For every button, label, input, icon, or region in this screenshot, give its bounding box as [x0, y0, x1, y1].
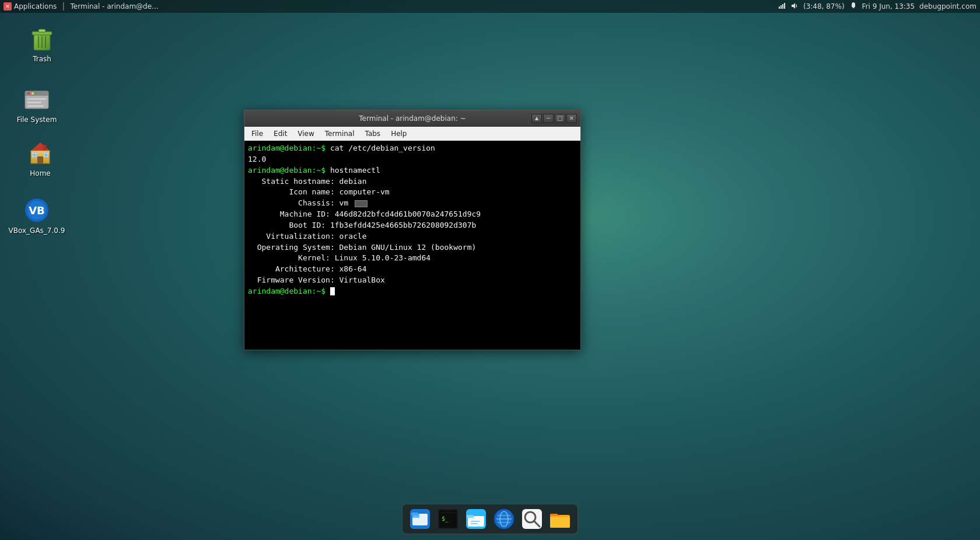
svg-rect-45 — [471, 521, 480, 522]
titlebar-buttons: ▲ ─ □ ✕ — [531, 114, 577, 123]
svg-rect-1 — [780, 5, 782, 9]
network-icon — [778, 2, 786, 12]
dock-icon-filemanager2[interactable] — [463, 506, 489, 532]
terminal-line-10: Operating System: Debian GNU/Linux 12 (b… — [248, 242, 577, 253]
dock-icon-browser[interactable] — [491, 506, 517, 532]
trash-icon — [28, 25, 56, 53]
hostname: debugpoint.com — [919, 2, 977, 11]
svg-rect-58 — [550, 517, 570, 528]
svg-point-16 — [36, 92, 38, 95]
svg-rect-8 — [38, 29, 46, 32]
desktop-icon-vbox[interactable]: VB VBox_GAs_7.0.9 — [10, 193, 63, 239]
battery-status: (3:48, 87%) — [803, 2, 845, 11]
dock-icon-folder[interactable] — [547, 506, 573, 532]
titlebar-btn-minimize[interactable]: ─ — [543, 114, 554, 123]
titlebar-btn-maximize[interactable]: □ — [555, 114, 565, 123]
notification-icon — [849, 2, 858, 12]
vbox-icon: VB — [23, 196, 51, 224]
terminal-line-7: Machine ID: 446d82d2bfcd4d61b0070a247651… — [248, 209, 577, 220]
menu-view[interactable]: View — [293, 128, 318, 139]
terminal-line-12: Architecture: x86-64 — [248, 264, 577, 275]
filesystem-icon — [23, 85, 51, 113]
svg-rect-5 — [852, 7, 854, 8]
desktop-icon-trash[interactable]: Trash — [16, 21, 68, 68]
terminal-menubar: File Edit View Terminal Tabs Help — [244, 127, 580, 141]
menu-tabs[interactable]: Tabs — [360, 128, 386, 139]
svg-point-14 — [27, 92, 30, 95]
menu-edit[interactable]: Edit — [269, 128, 292, 139]
filesystem-label: File System — [17, 116, 57, 125]
terminal-titlebar: Terminal - arindam@debian: ~ ▲ ─ □ ✕ — [244, 110, 580, 127]
dock-icon-files[interactable] — [407, 506, 433, 532]
terminal-window: Terminal - arindam@debian: ~ ▲ ─ □ ✕ Fil… — [244, 110, 581, 350]
app-menu-icon: ✕ — [4, 2, 12, 11]
taskbar-top-left: ✕ Applications │ Terminal - arindam@de..… — [4, 2, 159, 11]
svg-rect-2 — [782, 4, 783, 9]
dock-icon-terminal[interactable]: $_ — [435, 506, 461, 532]
taskbar-bottom: $_ — [402, 504, 578, 534]
desktop: ✕ Applications │ Terminal - arindam@de..… — [0, 0, 980, 540]
terminal-line-1: arindam@debian:~$ cat /etc/debian_versio… — [248, 143, 577, 154]
terminal-line-13: Firmware Version: VirtualBox — [248, 275, 577, 286]
svg-rect-23 — [37, 156, 43, 163]
titlebar-btn-up[interactable]: ▲ — [531, 114, 542, 123]
svg-rect-18 — [27, 102, 41, 103]
applications-menu[interactable]: ✕ Applications — [4, 2, 57, 11]
menu-terminal[interactable]: Terminal — [320, 128, 359, 139]
terminal-line-14: arindam@debian:~$ — [248, 286, 577, 297]
terminal-line-3: arindam@debian:~$ hostnamectl — [248, 165, 577, 176]
svg-text:$_: $_ — [442, 515, 449, 522]
svg-marker-4 — [792, 3, 795, 9]
terminal-content[interactable]: arindam@debian:~$ cat /etc/debian_versio… — [244, 141, 580, 350]
terminal-line-9: Virtualization: oracle — [248, 231, 577, 242]
terminal-line-4: Static hostname: debian — [248, 176, 577, 187]
datetime: Fri 9 Jun, 13:35 — [862, 2, 915, 11]
svg-point-15 — [32, 92, 34, 95]
chassis-vm-icon — [355, 200, 368, 207]
desktop-icon-filesystem[interactable]: File System — [10, 82, 63, 128]
svg-rect-17 — [27, 98, 46, 100]
svg-rect-0 — [779, 6, 780, 9]
terminal-window-title: Terminal - arindam@debian: ~ — [359, 114, 466, 123]
svg-rect-3 — [784, 3, 785, 9]
terminal-cursor — [330, 287, 335, 295]
home-label: Home — [30, 169, 50, 179]
home-icon — [26, 139, 54, 167]
terminal-line-6: Chassis: vm — [248, 198, 577, 209]
menu-help[interactable]: Help — [386, 128, 411, 139]
sound-icon — [790, 2, 799, 12]
menu-file[interactable]: File — [247, 128, 268, 139]
terminal-line-11: Kernel: Linux 5.10.0-23-amd64 — [248, 253, 577, 264]
active-window-title[interactable]: Terminal - arindam@de... — [71, 2, 159, 11]
titlebar-btn-close[interactable]: ✕ — [566, 114, 577, 123]
svg-rect-36 — [411, 513, 418, 515]
svg-rect-44 — [467, 515, 474, 518]
taskbar-top: ✕ Applications │ Terminal - arindam@de..… — [0, 0, 980, 13]
dock-icon-search[interactable] — [519, 506, 545, 532]
terminal-line-8: Boot ID: 1fb3efdd425e4665bb726208092d307… — [248, 220, 577, 231]
svg-text:VB: VB — [29, 204, 45, 217]
taskbar-top-right: (3:48, 87%) Fri 9 Jun, 13:35 debugpoint.… — [778, 2, 977, 12]
terminal-line-2: 12.0 — [248, 154, 577, 165]
trash-label: Trash — [33, 55, 51, 64]
vbox-label: VBox_GAs_7.0.9 — [9, 227, 65, 236]
svg-rect-19 — [27, 105, 44, 107]
svg-rect-46 — [471, 523, 478, 524]
app-menu-label[interactable]: Applications — [14, 2, 57, 11]
desktop-icon-home[interactable]: Home — [14, 135, 66, 182]
svg-rect-21 — [43, 145, 46, 151]
terminal-line-5: Icon name: computer-vm — [248, 187, 577, 198]
